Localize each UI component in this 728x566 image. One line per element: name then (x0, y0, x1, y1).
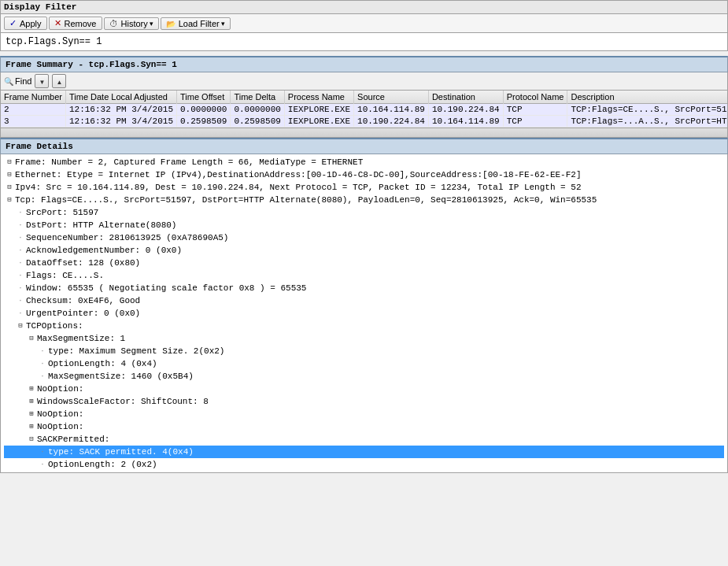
tree-line[interactable]: UrgentPointer: 0 (0x0) (4, 307, 724, 320)
tree-item-text: type: SACK permitted. 4(0x4) (48, 446, 194, 458)
tree-line[interactable]: NoOption: (4, 420, 724, 433)
tree-line[interactable]: DataOffset: 128 (0x80) (4, 257, 724, 269)
table-cell: IEXPLORE.EXE (284, 116, 353, 128)
tree-line[interactable]: SequenceNumber: 2810613925 (0xA78690A5) (4, 231, 724, 244)
col-time-date: Time Date Local Adjusted (65, 91, 176, 104)
tree-line[interactable]: NoOption: (4, 408, 724, 420)
tree-line[interactable]: AcknowledgementNumber: 0 (0x0) (4, 244, 724, 257)
horizontal-scrollbar[interactable] (0, 128, 728, 138)
tree-item-text: NoOption: (37, 408, 83, 420)
tree-item-text: OptionLength: 2 (0x2) (48, 458, 157, 471)
table-row[interactable]: 212:16:32 PM 3/4/20150.00000000.0000000I… (1, 104, 728, 116)
col-source: Source (354, 91, 429, 104)
tree-line[interactable]: OptionLength: 2 (0x2) (4, 458, 724, 471)
table-cell: TCP:Flags=CE....S., SrcPort=51597, DstPo… (567, 104, 728, 116)
tree-leaf-marker (15, 294, 26, 307)
col-protocol-name: Protocol Name (503, 91, 567, 104)
tree-line[interactable]: Checksum: 0xE4F6, Good (4, 294, 724, 307)
table-cell: 10.190.224.84 (354, 116, 429, 128)
tree-expander-expanded[interactable] (26, 433, 37, 446)
tree-expander-expanded[interactable] (4, 194, 15, 206)
tree-line[interactable]: Tcp: Flags=CE....S., SrcPort=51597, DstP… (4, 194, 724, 206)
tree-line[interactable]: SACKPermitted: (4, 433, 724, 446)
tree-line[interactable]: type: SACK permitted. 4(0x4) (4, 446, 724, 458)
find-down-button[interactable] (35, 74, 49, 88)
tree-item-text: UrgentPointer: 0 (0x0) (26, 307, 140, 320)
tree-line[interactable]: DstPort: HTTP Alternate(8080) (4, 219, 724, 231)
tree-line[interactable]: Flags: CE....S. (4, 269, 724, 282)
table-cell: 12:16:32 PM 3/4/2015 (65, 104, 176, 116)
tree-leaf-marker (15, 269, 26, 282)
table-cell: 0.0000000 (177, 104, 231, 116)
tree-item-text: Flags: CE....S. (26, 269, 104, 282)
tree-expander-expanded[interactable] (4, 181, 15, 194)
tree-line[interactable]: Ipv4: Src = 10.164.114.89, Dest = 10.190… (4, 181, 724, 194)
tree-line[interactable]: type: Maximum Segment Size. 2(0x2) (4, 345, 724, 357)
table-cell: 3 (1, 116, 65, 128)
tree-leaf-marker (37, 357, 48, 370)
col-destination: Destination (428, 91, 503, 104)
table-cell: TCP:Flags=...A..S., SrcPort=HTTP Alterna… (567, 116, 728, 128)
tree-item-text: DataOffset: 128 (0x80) (26, 257, 140, 269)
tree-expander-expanded[interactable] (15, 320, 26, 332)
tree-item-text: WindowsScaleFactor: ShiftCount: 8 (37, 395, 209, 408)
tree-line[interactable]: Window: 65535 ( Negotiating scale factor… (4, 282, 724, 294)
find-up-button[interactable] (52, 74, 66, 88)
packet-table-container: Frame Number Time Date Local Adjusted Ti… (0, 91, 728, 128)
filter-input[interactable]: tcp.Flags.Syn== 1 (0, 32, 728, 51)
display-filter-section: Display Filter Apply Remove History Load… (0, 0, 728, 51)
frame-details-label: Frame Details (0, 138, 728, 154)
tree-expander-collapsed[interactable] (26, 395, 37, 408)
tree-item-text: DstPort: HTTP Alternate(8080) (26, 219, 176, 231)
load-filter-button[interactable]: Load Filter (161, 17, 231, 30)
tree-line[interactable]: Frame: Number = 2, Captured Frame Length… (4, 156, 724, 168)
apply-icon (9, 18, 18, 28)
table-cell: 12:16:32 PM 3/4/2015 (65, 116, 176, 128)
load-icon (166, 19, 177, 28)
tree-expander-expanded[interactable] (4, 168, 15, 181)
tree-leaf-marker (15, 244, 26, 257)
frame-summary-section: Frame Summary - tcp.Flags.Syn== 1 Find F… (0, 56, 728, 138)
up-arrow-icon (56, 77, 62, 86)
history-icon (109, 19, 120, 28)
tree-leaf-marker (37, 458, 48, 471)
tree-leaf-marker (37, 370, 48, 383)
table-cell: 10.164.114.89 (428, 116, 503, 128)
tree-line[interactable]: MaxSegmentSize: 1460 (0x5B4) (4, 370, 724, 383)
frame-details-section: Frame Details Frame: Number = 2, Capture… (0, 138, 728, 473)
tree-item-text: SACKPermitted: (37, 433, 109, 446)
tree-expander-expanded[interactable] (4, 156, 15, 168)
table-cell: 2 (1, 104, 65, 116)
tree-expander-collapsed[interactable] (26, 408, 37, 420)
tree-line[interactable]: SrcPort: 51597 (4, 206, 724, 219)
tree-line[interactable]: Ethernet: Etype = Internet IP (IPv4),Des… (4, 168, 724, 181)
tree-expander-collapsed[interactable] (26, 420, 37, 433)
tree-line[interactable]: TCPOptions: (4, 320, 724, 332)
tree-expander-collapsed[interactable] (26, 383, 37, 395)
remove-button[interactable]: Remove (49, 17, 102, 30)
tree-item-text: MaxSegmentSize: 1 (37, 332, 125, 345)
col-time-offset: Time Offset (177, 91, 231, 104)
table-cell: TCP (503, 116, 567, 128)
tree-item-text: TCPOptions: (26, 320, 83, 332)
table-header-row: Frame Number Time Date Local Adjusted Ti… (1, 91, 728, 104)
tree-item-text: NoOption: (37, 420, 83, 433)
frame-summary-label: Frame Summary - tcp.Flags.Syn== 1 (0, 56, 728, 72)
tree-line[interactable]: WindowsScaleFactor: ShiftCount: 8 (4, 395, 724, 408)
find-label: Find (4, 76, 31, 86)
history-button[interactable]: History (104, 17, 159, 30)
tree-item-text: AcknowledgementNumber: 0 (0x0) (26, 244, 182, 257)
tree-line[interactable]: MaxSegmentSize: 1 (4, 332, 724, 345)
tree-line[interactable]: NoOption: (4, 383, 724, 395)
apply-button[interactable]: Apply (4, 17, 47, 30)
tree-line[interactable]: OptionLength: 4 (0x4) (4, 357, 724, 370)
find-toolbar: Find (0, 72, 728, 91)
tree-expander-expanded[interactable] (26, 332, 37, 345)
remove-icon (54, 18, 63, 28)
tree-leaf-marker (15, 231, 26, 244)
table-row[interactable]: 312:16:32 PM 3/4/20150.25985090.2598509I… (1, 116, 728, 128)
tree-leaf-marker (15, 307, 26, 320)
display-filter-label: Display Filter (0, 0, 728, 13)
col-time-delta: Time Delta (231, 91, 284, 104)
tree-item-text: Ethernet: Etype = Internet IP (IPv4),Des… (15, 168, 582, 181)
